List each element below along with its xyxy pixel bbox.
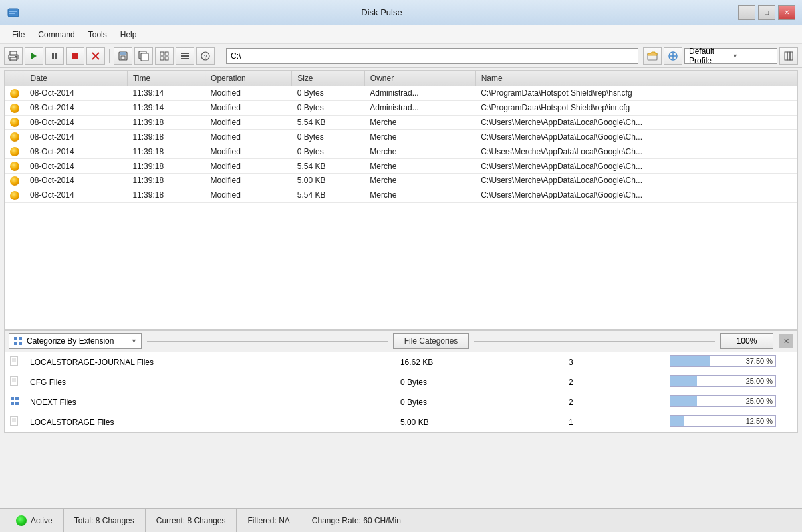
row-icon-cell <box>5 86 25 101</box>
svg-rect-46 <box>11 402 14 405</box>
path-input[interactable] <box>226 48 638 64</box>
col-header-size[interactable]: Size <box>292 71 365 86</box>
svg-rect-18 <box>160 52 164 55</box>
play-button[interactable] <box>25 47 43 65</box>
svg-rect-47 <box>15 402 19 405</box>
cancel-button[interactable] <box>86 47 105 65</box>
row-time: 11:39:14 <box>127 100 205 115</box>
svg-text:?: ? <box>203 53 207 60</box>
minimize-button[interactable]: — <box>738 5 755 20</box>
menu-command[interactable]: Command <box>31 28 81 41</box>
toolbar-line-left <box>147 341 388 342</box>
change-icon <box>10 176 19 186</box>
cat-progress-cell: 37.50 % <box>664 352 797 372</box>
title-bar: Disk Pulse — □ ✕ <box>0 0 802 25</box>
row-time: 11:39:14 <box>127 86 205 101</box>
browse-button[interactable] <box>643 47 662 65</box>
row-operation: Modified <box>205 188 292 202</box>
row-date: 08-Oct-2014 <box>25 173 127 188</box>
row-size: 5.54 KB <box>292 159 365 174</box>
save-button[interactable] <box>114 47 132 65</box>
table-row[interactable]: 08-Oct-2014 11:39:18 Modified 0 Bytes Me… <box>5 144 797 159</box>
svg-rect-35 <box>19 337 22 340</box>
category-close-button[interactable]: ✕ <box>779 334 793 348</box>
col-header-date[interactable]: Date <box>25 71 127 86</box>
file-categories-button[interactable]: File Categories <box>393 333 469 349</box>
cat-name: LOCALSTORAGE-JOURNAL Files <box>25 352 395 372</box>
table-row[interactable]: 08-Oct-2014 11:39:18 Modified 5.54 KB Me… <box>5 115 797 130</box>
row-date: 08-Oct-2014 <box>25 130 127 144</box>
row-icon-cell <box>5 159 25 174</box>
add-profile-button[interactable] <box>664 47 682 65</box>
row-name: C:\Users\Merche\AppData\Local\Google\Ch.… <box>475 173 797 188</box>
category-table: LOCALSTORAGE-JOURNAL Files 16.62 KB 3 37… <box>5 352 797 432</box>
grid-icon <box>13 336 23 346</box>
save2-button[interactable] <box>134 47 153 65</box>
col-header-owner[interactable]: Owner <box>364 71 475 86</box>
row-size: 0 Bytes <box>292 130 365 144</box>
table-row[interactable]: 08-Oct-2014 11:39:14 Modified 0 Bytes Ad… <box>5 86 797 101</box>
row-name: C:\Users\Merche\AppData\Local\Google\Ch.… <box>475 130 797 144</box>
grid-view-button[interactable] <box>155 47 174 65</box>
svg-marker-7 <box>31 53 37 59</box>
columns-button[interactable] <box>779 47 798 65</box>
menu-file[interactable]: File <box>5 28 31 41</box>
close-button[interactable]: ✕ <box>778 5 795 20</box>
row-name: C:\Users\Merche\AppData\Local\Google\Ch.… <box>475 115 797 130</box>
row-operation: Modified <box>205 144 292 159</box>
profile-label: Default Profile <box>689 47 730 65</box>
row-owner: Merche <box>364 144 475 159</box>
table-row[interactable]: 08-Oct-2014 11:39:18 Modified 0 Bytes Me… <box>5 130 797 144</box>
row-time: 11:39:18 <box>127 159 205 174</box>
profile-dropdown[interactable]: Default Profile ▼ <box>684 48 777 64</box>
pause-button[interactable] <box>45 47 64 65</box>
categorize-dropdown[interactable]: Categorize By Extension ▼ <box>9 333 142 349</box>
cat-size: 16.62 KB <box>395 352 563 372</box>
row-icon-cell <box>5 130 25 144</box>
row-operation: Modified <box>205 173 292 188</box>
col-header-name[interactable]: Name <box>475 71 797 86</box>
table-row[interactable]: 08-Oct-2014 11:39:18 Modified 5.00 KB Me… <box>5 173 797 188</box>
progress-label: 12.50 % <box>670 416 775 426</box>
table-row[interactable]: 08-Oct-2014 11:39:14 Modified 0 Bytes Ad… <box>5 100 797 115</box>
col-header-operation[interactable]: Operation <box>205 71 292 86</box>
print-button[interactable] <box>4 47 23 65</box>
cat-size: 0 Bytes <box>395 392 563 412</box>
svg-rect-9 <box>55 53 57 59</box>
category-row[interactable]: NOEXT Files 0 Bytes 2 25.00 % <box>5 392 797 412</box>
app-icon <box>7 6 20 19</box>
row-date: 08-Oct-2014 <box>25 115 127 130</box>
table-row[interactable]: 08-Oct-2014 11:39:18 Modified 5.54 KB Me… <box>5 188 797 202</box>
row-size: 5.54 KB <box>292 115 365 130</box>
menu-help[interactable]: Help <box>114 28 144 41</box>
svg-rect-33 <box>790 52 793 60</box>
change-icon <box>10 132 19 142</box>
table-row[interactable]: 08-Oct-2014 11:39:18 Modified 5.54 KB Me… <box>5 159 797 174</box>
row-date: 08-Oct-2014 <box>25 86 127 101</box>
category-row[interactable]: LOCALSTORAGE-JOURNAL Files 16.62 KB 3 37… <box>5 352 797 372</box>
stop-button[interactable] <box>66 47 84 65</box>
col-header-time[interactable]: Time <box>127 71 205 86</box>
window-controls: — □ ✕ <box>738 5 795 20</box>
maximize-button[interactable]: □ <box>758 5 775 20</box>
category-row[interactable]: CFG Files 0 Bytes 2 25.00 % <box>5 372 797 392</box>
row-time: 11:39:18 <box>127 115 205 130</box>
category-row[interactable]: LOCALSTORAGE Files 5.00 KB 1 12.50 % <box>5 412 797 432</box>
svg-rect-10 <box>72 53 78 59</box>
doc-icon <box>10 416 19 426</box>
svg-rect-21 <box>165 57 168 60</box>
list-view-button[interactable] <box>176 47 194 65</box>
category-toolbar: Categorize By Extension ▼ File Categorie… <box>5 331 797 352</box>
categorize-chevron-icon: ▼ <box>131 338 137 344</box>
menu-tools[interactable]: Tools <box>82 28 114 41</box>
percent-button[interactable]: 100% <box>720 333 773 349</box>
change-rate-label: Change Rate: 60 CH/Min <box>312 516 401 525</box>
cat-name: CFG Files <box>25 372 395 392</box>
progress-label: 37.50 % <box>670 356 775 366</box>
active-indicator <box>16 515 27 526</box>
help-button[interactable]: ? <box>196 47 215 65</box>
row-owner: Merche <box>364 115 475 130</box>
row-date: 08-Oct-2014 <box>25 188 127 202</box>
progress-label: 25.00 % <box>670 396 775 406</box>
progress-bar: 25.00 % <box>670 375 776 387</box>
